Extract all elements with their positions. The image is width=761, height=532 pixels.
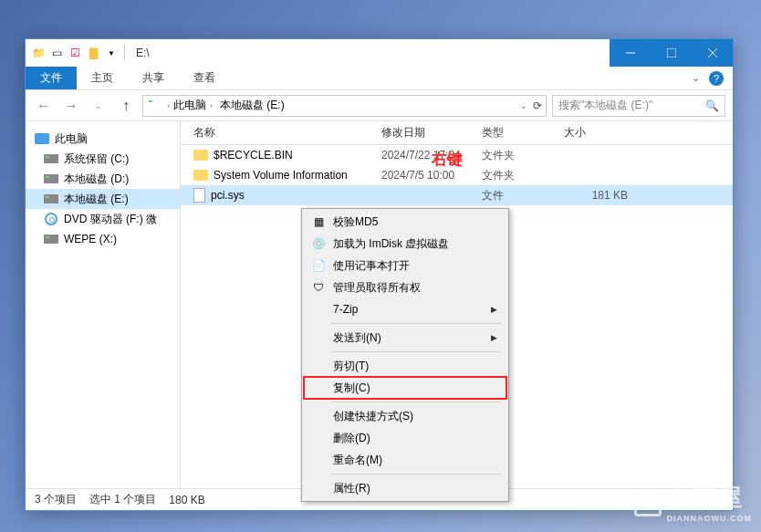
address-bar-row: ← → ⌄ ↑ › 此电脑› 本地磁盘 (E:) ⌄ ⟳ 搜索"本地磁盘 (E:…: [26, 90, 733, 121]
ribbon: 文件 主页 共享 查看 ⌄ ?: [26, 67, 733, 90]
nav-forward-button[interactable]: →: [60, 95, 82, 117]
folder-icon: [193, 150, 208, 161]
menu-item[interactable]: 剪切(T): [304, 355, 506, 377]
menu-item[interactable]: ▦校验MD5: [304, 211, 506, 233]
drive-icon: [44, 192, 58, 206]
file-row[interactable]: pci.sys文件181 KB: [181, 185, 733, 205]
column-headers: 名称 修改日期 类型 大小: [181, 121, 733, 145]
menu-item-label: 加载为 ImDisk 虚拟磁盘: [333, 236, 449, 252]
menu-item[interactable]: 发送到(N)▶: [304, 327, 506, 349]
status-selection: 选中 1 个项目: [89, 492, 156, 507]
file-icon: [193, 188, 205, 203]
tree-item-this-pc[interactable]: 此电脑: [26, 129, 180, 149]
cd-icon: [44, 212, 58, 226]
menu-item[interactable]: 复制(C): [304, 377, 506, 399]
ribbon-tab-home[interactable]: 主页: [77, 67, 128, 89]
menu-item-label: 复制(C): [333, 381, 370, 396]
menu-item-label: 校验MD5: [333, 214, 378, 230]
nav-back-button[interactable]: ←: [33, 95, 55, 117]
breadcrumb-segment[interactable]: 本地磁盘 (E:): [216, 98, 288, 113]
drive-icon: [147, 99, 162, 113]
drive-icon: [44, 232, 58, 246]
help-icon[interactable]: ?: [709, 71, 724, 86]
annotation-right-click: 右键: [432, 149, 463, 170]
folder-qat-icon[interactable]: ▇: [86, 46, 100, 60]
ribbon-expand-icon[interactable]: ⌄: [692, 72, 700, 84]
drive-icon: [44, 151, 58, 166]
submenu-arrow-icon: ▶: [491, 333, 497, 342]
menu-item-label: 创建快捷方式(S): [333, 409, 413, 424]
ribbon-tab-view[interactable]: 查看: [179, 67, 230, 89]
properties-qat-icon[interactable]: ▭: [49, 46, 64, 60]
refresh-icon[interactable]: ⟳: [533, 99, 542, 112]
tree-item-label: WEPE (X:): [64, 233, 117, 245]
tree-item[interactable]: WEPE (X:): [26, 229, 180, 249]
column-header-size[interactable]: 大小: [564, 125, 637, 141]
qat-dropdown-icon[interactable]: ▼: [104, 46, 119, 60]
menu-item[interactable]: 重命名(M): [304, 449, 506, 471]
svg-rect-1: [667, 48, 676, 57]
navigation-pane: 此电脑 系统保留 (C:)本地磁盘 (D:)本地磁盘 (E:)DVD 驱动器 (…: [26, 121, 181, 488]
menu-item[interactable]: 7-Zip▶: [304, 298, 506, 320]
context-menu: ▦校验MD5💿加载为 ImDisk 虚拟磁盘📄使用记事本打开🛡管理员取得所有权7…: [301, 208, 509, 502]
tree-item-label: 本地磁盘 (D:): [64, 172, 129, 187]
search-icon: 🔍: [705, 99, 719, 112]
status-size: 180 KB: [169, 494, 204, 506]
file-size: 181 KB: [564, 189, 637, 202]
menu-item[interactable]: 属性(R): [304, 477, 506, 499]
status-item-count: 3 个项目: [35, 492, 77, 507]
menu-separator: [331, 474, 501, 475]
close-button[interactable]: [692, 39, 733, 67]
nav-up-button[interactable]: ↑: [115, 95, 137, 117]
menu-item[interactable]: 删除(D): [304, 427, 506, 449]
pc-icon: [35, 131, 49, 146]
window-title: E:\: [136, 47, 150, 59]
ribbon-tab-share[interactable]: 共享: [128, 67, 179, 89]
menu-item-label: 重命名(M): [333, 453, 382, 468]
separator: [124, 45, 125, 61]
tree-item-label: 系统保留 (C:): [64, 151, 129, 167]
file-type: 文件: [482, 188, 564, 203]
explorer-icon: 📁: [31, 46, 46, 60]
column-header-name[interactable]: 名称: [181, 125, 381, 141]
tree-item[interactable]: 本地磁盘 (E:): [26, 189, 180, 209]
checksum-icon: ▦: [311, 214, 326, 229]
shield-icon: 🛡: [311, 280, 326, 295]
file-type: 文件夹: [482, 168, 564, 183]
menu-item[interactable]: 🛡管理员取得所有权: [304, 276, 506, 298]
file-date: 2024/7/5 10:00: [381, 169, 482, 182]
tree-item[interactable]: DVD 驱动器 (F:) 微: [26, 209, 180, 229]
folder-icon: [193, 170, 208, 181]
checkbox-qat-icon[interactable]: ☑: [68, 46, 82, 60]
file-name: System Volume Information: [214, 169, 348, 182]
menu-item-label: 剪切(T): [333, 359, 369, 374]
tree-item-label: 本地磁盘 (E:): [64, 192, 129, 207]
drive-icon: [44, 172, 58, 186]
column-header-type[interactable]: 类型: [482, 125, 564, 141]
tree-item[interactable]: 本地磁盘 (D:): [26, 169, 180, 189]
tree-item-label: DVD 驱动器 (F:) 微: [64, 212, 157, 227]
menu-item[interactable]: 💿加载为 ImDisk 虚拟磁盘: [304, 233, 506, 255]
menu-item[interactable]: 📄使用记事本打开: [304, 255, 506, 276]
menu-item-label: 管理员取得所有权: [333, 280, 421, 296]
address-bar[interactable]: › 此电脑› 本地磁盘 (E:) ⌄ ⟳: [142, 95, 547, 117]
titlebar: 📁 ▭ ☑ ▇ ▼ E:\: [26, 39, 733, 67]
breadcrumb-segment[interactable]: 此电脑›: [170, 98, 216, 113]
column-header-date[interactable]: 修改日期: [381, 125, 482, 141]
menu-item-label: 删除(D): [333, 431, 370, 446]
nav-recent-dropdown[interactable]: ⌄: [88, 95, 109, 117]
menu-separator: [331, 402, 501, 402]
watermark: D 电脑屋 DIANNAOWU.COM: [634, 482, 753, 523]
menu-separator: [331, 323, 501, 324]
minimize-button[interactable]: [610, 39, 651, 67]
quick-access-toolbar: 📁 ▭ ☑ ▇ ▼: [31, 46, 119, 60]
tree-item[interactable]: 系统保留 (C:): [26, 149, 180, 169]
menu-item-label: 发送到(N): [333, 330, 381, 346]
menu-item-label: 属性(R): [333, 481, 370, 496]
maximize-button[interactable]: [651, 39, 692, 67]
address-dropdown-icon[interactable]: ⌄: [520, 101, 527, 110]
file-name: pci.sys: [211, 189, 245, 202]
search-input[interactable]: 搜索"本地磁盘 (E:)" 🔍: [552, 95, 725, 117]
ribbon-tab-file[interactable]: 文件: [26, 67, 77, 89]
menu-item[interactable]: 创建快捷方式(S): [304, 405, 506, 427]
